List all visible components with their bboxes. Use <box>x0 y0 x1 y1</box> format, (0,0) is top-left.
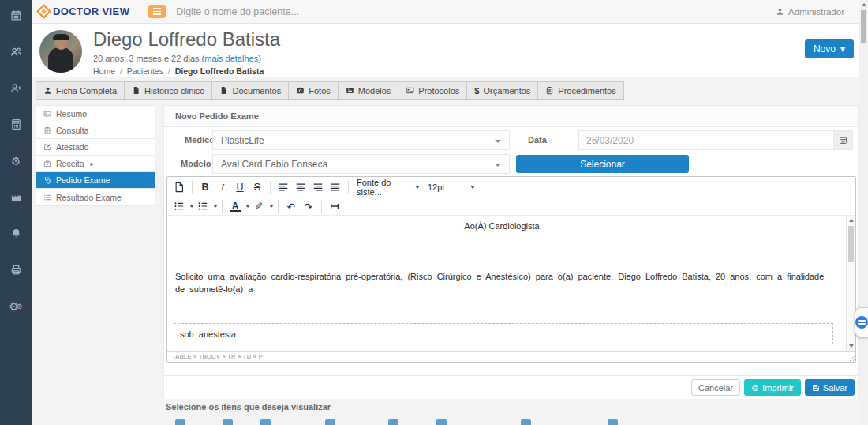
tab-orcamentos[interactable]: $ Orçamentos <box>466 81 538 100</box>
font-family-select[interactable]: Fonte do siste... <box>353 179 424 195</box>
cancelar-button[interactable]: Cancelar <box>691 379 740 396</box>
submenu-item-atestado[interactable]: Atestado <box>36 139 155 156</box>
new-document-button[interactable] <box>170 179 188 195</box>
file-icon <box>219 86 228 95</box>
user-plus-icon[interactable] <box>10 82 22 94</box>
list-icon <box>43 194 51 201</box>
print-option-icon[interactable] <box>388 419 398 425</box>
caret-down-icon <box>495 140 501 143</box>
data-input[interactable] <box>578 130 833 150</box>
highlight-color-button[interactable]: ✎ <box>250 198 268 214</box>
submenu-item-resumo[interactable]: Resumo <box>36 106 155 122</box>
printer-icon[interactable] <box>10 264 22 276</box>
user-menu[interactable]: Administrador <box>776 7 844 17</box>
font-color-button[interactable]: A <box>226 198 244 214</box>
tab-modelos[interactable]: Modelos <box>338 81 399 100</box>
tab-historico-clinico[interactable]: Historico clinico <box>124 81 212 100</box>
numbered-list-icon <box>197 201 208 212</box>
editor-scrollbar-thumb[interactable] <box>848 226 854 262</box>
selecionar-button[interactable]: Selecionar <box>516 155 689 173</box>
element-path: TABLE » TBODY » TR » TD » P <box>172 353 263 360</box>
new-document-icon <box>174 182 185 193</box>
caret-down-icon[interactable] <box>269 205 274 208</box>
stethoscope-icon <box>43 176 51 184</box>
align-left-icon <box>278 182 289 193</box>
save-icon <box>812 384 820 392</box>
doctor-view-app: ⚙ ⚙⚙ DOCTOR VIEW Administrador Diego Lof… <box>0 0 868 425</box>
scroll-up-icon <box>849 219 854 222</box>
bold-button[interactable]: B <box>196 179 214 195</box>
horizontal-rule-button[interactable] <box>326 198 343 214</box>
submenu-item-pedido-exame[interactable]: Pedido Exame <box>36 172 155 189</box>
caret-down-icon <box>415 186 420 189</box>
breadcrumb: Home / Pacientes / Diego Loffredo Batist… <box>93 66 280 76</box>
breadcrumb-pacientes[interactable]: Pacientes <box>127 66 163 76</box>
resize-grip[interactable] <box>847 354 855 361</box>
tab-procedimentos[interactable]: Procedimentos <box>537 81 623 100</box>
bell-icon[interactable] <box>10 228 22 239</box>
bullet-list-button[interactable] <box>170 198 188 214</box>
font-size-select[interactable]: 12pt <box>424 179 479 195</box>
caret-down-icon[interactable] <box>213 205 218 208</box>
print-option-icon[interactable] <box>436 419 447 425</box>
editor-content-area[interactable]: Ao(À) Cardiologista Solicito uma avaliaç… <box>167 215 855 351</box>
more-details-link[interactable]: (mais detalhes) <box>202 54 261 63</box>
print-option-icon[interactable] <box>223 419 233 425</box>
imprimir-button[interactable]: Imprimir <box>744 379 801 396</box>
breadcrumb-home[interactable]: Home <box>93 66 115 76</box>
print-option-icon[interactable] <box>608 419 618 425</box>
medico-select[interactable]: PlasticLife <box>212 130 510 150</box>
novo-button[interactable]: Novo ▾ <box>805 39 854 58</box>
image-icon <box>346 86 354 95</box>
modelo-select[interactable]: Aval Card Fabio Fonseca <box>212 154 510 174</box>
tab-documentos[interactable]: Documentos <box>211 81 289 100</box>
caret-right-icon: ▸ <box>91 160 94 167</box>
editor-toolbar-row2: A ✎ ↶ ↷ <box>167 197 855 215</box>
salvar-button[interactable]: Salvar <box>805 379 855 396</box>
undo-button[interactable]: ↶ <box>282 198 300 214</box>
strikethrough-button[interactable]: S <box>249 179 266 195</box>
calendar-addon-button[interactable] <box>833 130 853 150</box>
align-right-button[interactable] <box>309 179 327 195</box>
print-option-icon[interactable] <box>260 419 271 425</box>
redo-button[interactable]: ↷ <box>300 198 317 214</box>
tab-protocolos[interactable]: Protocolos <box>398 81 467 100</box>
numbered-list-button[interactable] <box>194 198 211 214</box>
novo-pedido-exame-panel: Novo Pedido Exame Médico PlasticLife Dat… <box>163 105 859 398</box>
align-center-icon <box>295 182 306 193</box>
tab-ficha-completa[interactable]: Ficha Completa <box>36 81 125 100</box>
bullet-list-icon <box>174 201 185 212</box>
pencil-square-icon <box>43 143 51 151</box>
tab-fotos[interactable]: Fotos <box>288 81 339 100</box>
align-left-button[interactable] <box>275 179 292 195</box>
page-scrollbar-thumb[interactable] <box>861 10 866 43</box>
underline-button[interactable]: U <box>231 179 249 195</box>
submenu-item-resultado-exame[interactable]: Resultado Exame <box>36 189 155 205</box>
submenu-item-receita[interactable]: Receita ▸ <box>36 156 155 172</box>
print-option-icon[interactable] <box>175 419 185 425</box>
editor-table-cell[interactable]: sob anestesia <box>174 323 833 344</box>
calendar-icon[interactable] <box>10 9 22 21</box>
patient-avatar <box>39 30 82 73</box>
align-justify-button[interactable] <box>327 179 344 195</box>
top-navbar: DOCTOR VIEW Administrador <box>32 0 859 24</box>
support-widget[interactable] <box>855 307 868 337</box>
cogs-icon[interactable]: ⚙⚙ <box>10 300 22 312</box>
menu-toggle-button[interactable] <box>148 5 166 18</box>
patient-header: Diego Loffredo Batista 20 anos, 3 meses … <box>32 24 859 77</box>
scroll-down-icon <box>849 344 854 348</box>
print-option-icon[interactable] <box>325 419 335 425</box>
select-items-label: Selecione os itens que deseja visualizar <box>166 402 331 412</box>
submenu-item-consulta[interactable]: Consulta <box>36 122 155 139</box>
industry-icon[interactable] <box>10 191 22 203</box>
page-scrollbar[interactable] <box>859 0 868 425</box>
modelo-label: Modelo <box>181 159 211 168</box>
italic-button[interactable]: I <box>214 179 231 195</box>
print-option-icon[interactable] <box>521 419 531 425</box>
patient-search-input[interactable] <box>176 6 436 17</box>
align-center-button[interactable] <box>292 179 309 195</box>
file-icon <box>132 86 140 95</box>
users-icon[interactable] <box>10 46 22 58</box>
calculator-icon[interactable] <box>10 118 22 130</box>
gear-icon[interactable]: ⚙ <box>10 155 22 167</box>
